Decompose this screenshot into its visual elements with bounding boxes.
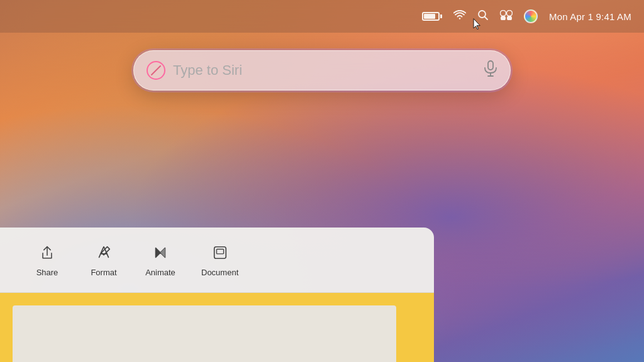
svg-marker-12 xyxy=(160,248,165,258)
svg-point-5 xyxy=(507,16,512,20)
control-center-icon[interactable] xyxy=(500,10,513,23)
svg-marker-11 xyxy=(156,248,160,258)
format-label: Format xyxy=(91,268,116,277)
battery-icon xyxy=(422,12,442,21)
animate-icon xyxy=(150,243,170,263)
document-label: Document xyxy=(201,268,238,277)
svg-point-4 xyxy=(501,16,506,20)
animate-button[interactable]: Animate xyxy=(132,238,189,282)
format-icon xyxy=(94,243,114,263)
format-button[interactable]: Format xyxy=(75,238,132,282)
menubar-right: Mon Apr 1 9:41 AM xyxy=(422,9,631,24)
svg-rect-14 xyxy=(216,249,223,253)
svg-rect-8 xyxy=(488,61,493,70)
document-button[interactable]: Document xyxy=(189,238,251,282)
svg-rect-13 xyxy=(214,247,226,259)
document-inner xyxy=(13,305,396,362)
share-icon xyxy=(37,243,57,263)
share-label: Share xyxy=(36,268,58,277)
menubar-time: Mon Apr 1 9:41 AM xyxy=(549,11,631,22)
document-icon xyxy=(210,243,230,263)
toolbar-panel: Share Format An xyxy=(0,228,434,362)
siri-input[interactable] xyxy=(173,62,476,79)
share-button[interactable]: Share xyxy=(19,238,75,282)
wifi-icon xyxy=(453,10,466,23)
svg-line-1 xyxy=(485,16,488,19)
search-icon[interactable] xyxy=(477,9,489,24)
microphone-icon[interactable] xyxy=(484,60,497,80)
document-preview-area xyxy=(0,293,434,362)
animate-label: Animate xyxy=(145,268,175,277)
svg-point-3 xyxy=(507,10,513,16)
toolbar-bar: Share Format An xyxy=(0,228,434,293)
svg-point-2 xyxy=(501,10,506,16)
menubar: Mon Apr 1 9:41 AM xyxy=(0,0,644,33)
siri-logo-icon xyxy=(147,61,165,80)
siri-bar xyxy=(133,50,511,90)
siri-search-container xyxy=(133,50,511,90)
profile-icon[interactable] xyxy=(524,9,538,23)
